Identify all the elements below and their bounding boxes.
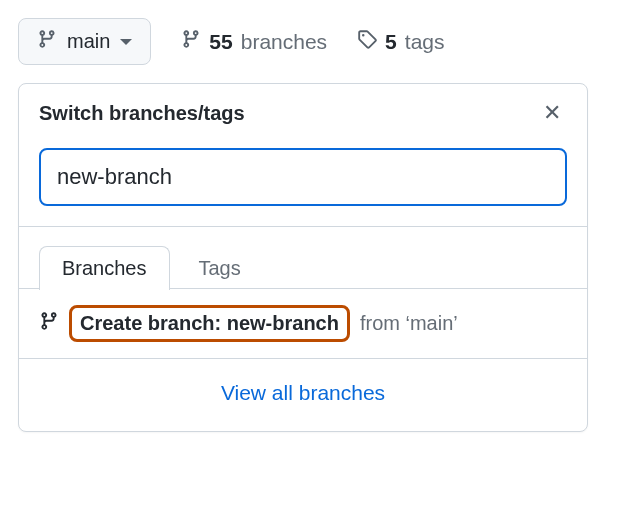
view-all-row: View all branches [19, 359, 587, 431]
view-all-branches-link[interactable]: View all branches [221, 381, 385, 404]
git-branch-icon [181, 29, 201, 54]
tags-word: tags [405, 30, 445, 54]
tab-branches[interactable]: Branches [39, 246, 170, 290]
close-icon: ✕ [543, 100, 561, 125]
branch-search-input[interactable] [39, 148, 567, 206]
git-branch-icon [37, 29, 57, 54]
git-branch-icon [39, 311, 59, 336]
branches-word: branches [241, 30, 327, 54]
branches-count: 55 [209, 30, 232, 54]
caret-down-icon [120, 39, 132, 45]
branch-select-button[interactable]: main [18, 18, 151, 65]
panel-title: Switch branches/tags [39, 102, 245, 125]
tab-tags[interactable]: Tags [176, 246, 264, 290]
search-wrap [19, 138, 587, 227]
tag-icon [357, 29, 377, 54]
create-branch-label: Create branch: new-branch [69, 305, 350, 342]
create-branch-row[interactable]: Create branch: new-branch from ‘main’ [19, 289, 587, 359]
close-button[interactable]: ✕ [537, 98, 567, 128]
repo-header-row: main 55 branches 5 tags [18, 18, 600, 65]
tabs-row: Branches Tags [19, 227, 587, 289]
panel-header: Switch branches/tags ✕ [19, 84, 587, 138]
create-branch-from: from ‘main’ [360, 312, 458, 335]
branch-switcher-panel: Switch branches/tags ✕ Branches Tags Cre… [18, 83, 588, 432]
tags-stat[interactable]: 5 tags [357, 29, 444, 54]
tags-count: 5 [385, 30, 397, 54]
branch-select-label: main [67, 30, 110, 53]
branches-stat[interactable]: 55 branches [181, 29, 327, 54]
